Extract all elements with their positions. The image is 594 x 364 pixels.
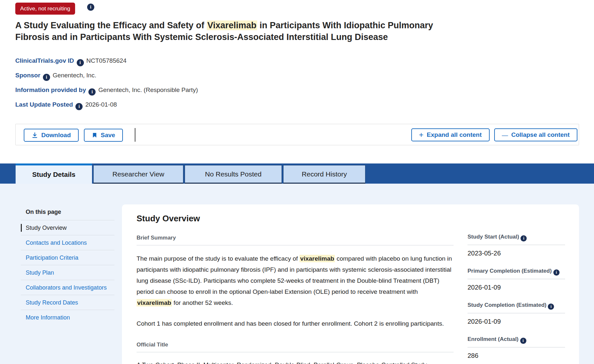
nct-id-info-icon[interactable] [77,59,84,66]
p1-pre: The main purpose of the study is to eval… [137,255,299,262]
study-dates-rail: Study Start (Actual) 2023-05-26 Primary … [468,234,565,364]
on-this-page-heading: On this page [21,205,114,220]
last-update-posted-value: 2026-01-08 [85,101,117,108]
p1-highlight-2: vixarelimab [137,299,172,306]
study-overview-heading: Study Overview [137,214,454,224]
information-provided-by-label: Information provided by [15,86,86,93]
sidebar-item-collaborators-and-investigators[interactable]: Collaborators and Investigators [21,280,114,295]
minus-icon: — [502,132,508,138]
study-start-value: 2023-05-26 [468,250,565,257]
toolbar-divider [135,128,136,142]
on-this-page-nav: On this page Study Overview Contacts and… [21,205,114,325]
official-title-label: Official Title [137,342,454,352]
primary-completion-value: 2026-01-09 [468,284,565,291]
sidebar-item-label: Study Overview [26,225,67,231]
status-badge: Active, not recruiting [15,3,75,15]
sponsor-value: Genentech, Inc. [53,72,96,79]
study-completion-info-icon[interactable] [548,304,554,310]
save-button[interactable]: Save [84,129,123,142]
meta-row-last-update-posted: Last Update Posted2026-01-08 [15,101,117,110]
sidebar-item-label: More Information [26,314,70,321]
title-highlight: Vixarelimab [207,20,257,30]
official-title-text: A Two-Cohort, Phase II, Multicenter, Ran… [137,359,454,364]
meta-row-nct-id: ClinicalTrials.gov IDNCT05785624 [15,57,126,66]
rail-entry-study-start: Study Start (Actual) 2023-05-26 [468,234,565,257]
download-button-label: Download [41,132,71,139]
study-completion-label: Study Completion (Estimated) [468,302,565,313]
rail-label-text: Study Completion (Estimated) [468,302,547,308]
sidebar-item-contacts-and-locations[interactable]: Contacts and Locations [21,235,114,250]
meta-row-information-provided-by: Information provided byGenentech, Inc. (… [15,86,198,96]
sidebar-item-label: Contacts and Locations [26,240,87,246]
study-start-label: Study Start (Actual) [468,234,565,245]
download-button[interactable]: Download [24,129,79,142]
tab-record-history[interactable]: Record History [283,165,365,184]
nct-id-label: ClinicalTrials.gov ID [15,57,74,64]
collapse-all-content-button[interactable]: — Collapse all content [494,128,577,141]
sidebar-item-label: Collaborators and Investigators [26,284,107,291]
sponsor-label: Sponsor [15,72,40,79]
title-pre: A Study Evaluating the Efficacy and Safe… [15,20,207,30]
action-toolbar: Download Save + Expand all content — Col… [15,124,579,145]
sidebar-item-label: Study Record Dates [26,299,78,306]
last-update-posted-info-icon[interactable] [75,103,83,110]
active-indicator-bar [21,224,22,232]
enrollment-info-icon[interactable] [520,338,526,344]
p1-highlight-1: vixarelimab [299,255,335,262]
sidebar-item-study-plan[interactable]: Study Plan [21,265,114,280]
rail-label-text: Primary Completion (Estimated) [468,268,552,274]
sidebar-item-more-information[interactable]: More Information [21,310,114,325]
brief-summary-paragraph-1: The main purpose of the study is to eval… [137,253,454,308]
sidebar-item-label: Participation Criteria [26,254,78,261]
rail-entry-primary-completion: Primary Completion (Estimated) 2026-01-0… [468,268,565,291]
primary-completion-label: Primary Completion (Estimated) [468,268,565,279]
bookmark-icon [92,132,98,138]
rail-entry-study-completion: Study Completion (Estimated) 2026-01-09 [468,302,565,325]
last-update-posted-label: Last Update Posted [15,101,73,108]
tab-researcher-view[interactable]: Researcher View [93,165,183,184]
collapse-all-content-label: Collapse all content [511,131,570,138]
rail-label-text: Study Start (Actual) [468,234,519,240]
rail-label-text: Enrollment (Actual) [468,336,519,342]
information-provided-by-info-icon[interactable] [88,88,96,96]
tab-no-results-posted[interactable]: No Results Posted [185,165,282,184]
study-overview-main-column: Study Overview Brief Summary The main pu… [137,214,454,364]
study-completion-value: 2026-01-09 [468,318,565,325]
download-icon [32,132,38,138]
clinicaltrials-study-page: Active, not recruiting A Study Evaluatin… [0,0,594,364]
status-info-icon[interactable] [87,4,94,11]
sidebar-item-label: Study Plan [26,269,54,276]
nct-id-value: NCT05785624 [86,57,127,64]
tab-band: Study Details Researcher View No Results… [0,163,594,184]
sidebar-item-participation-criteria[interactable]: Participation Criteria [21,250,114,265]
study-overview-card: Study Overview Brief Summary The main pu… [122,204,579,364]
enrollment-label: Enrollment (Actual) [468,336,565,347]
sidebar-item-study-overview[interactable]: Study Overview [21,220,114,235]
page-title: A Study Evaluating the Efficacy and Safe… [15,20,457,43]
brief-summary-paragraph-2: Cohort 1 has completed enrollment and ha… [137,318,454,329]
enrollment-value: 286 [468,352,565,359]
information-provided-by-value: Genentech, Inc. (Responsible Party) [98,86,198,93]
primary-completion-info-icon[interactable] [553,269,560,276]
meta-row-sponsor: SponsorGenentech, Inc. [15,72,96,81]
study-start-info-icon[interactable] [521,235,527,241]
expand-all-content-label: Expand all content [427,131,482,138]
plus-icon: + [419,131,424,139]
brief-summary-label: Brief Summary [137,235,454,245]
sidebar-item-study-record-dates[interactable]: Study Record Dates [21,295,114,310]
expand-all-content-button[interactable]: + Expand all content [411,128,490,141]
rail-entry-enrollment: Enrollment (Actual) 286 [468,336,565,359]
tab-study-details[interactable]: Study Details [16,163,92,184]
p1-post: for another 52 weeks. [172,299,233,306]
save-button-label: Save [101,132,115,139]
sponsor-info-icon[interactable] [43,74,50,81]
